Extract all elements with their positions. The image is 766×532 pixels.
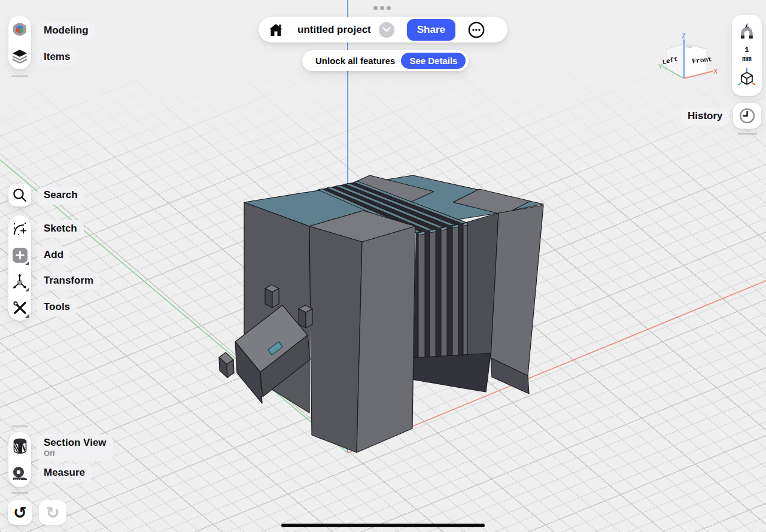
transform-submenu-indicator bbox=[25, 288, 29, 291]
items-button[interactable] bbox=[8, 42, 31, 69]
chevron-down-icon bbox=[382, 27, 391, 32]
window-drag-handle[interactable] bbox=[373, 6, 391, 10]
grid-unit-label: mm bbox=[732, 55, 762, 64]
see-details-button[interactable]: See Details bbox=[401, 53, 466, 69]
upgrade-message: Unlock all features bbox=[315, 56, 395, 66]
tools-submenu-indicator bbox=[25, 314, 29, 318]
project-toolbar: untitled project Share bbox=[259, 17, 507, 42]
section-view-label: Section View Off bbox=[37, 434, 113, 461]
view-tools-panel bbox=[8, 432, 31, 487]
project-title[interactable]: untitled project bbox=[297, 24, 371, 36]
search-button[interactable] bbox=[8, 184, 31, 206]
transform-button[interactable] bbox=[8, 268, 31, 294]
bottom-divider-mid bbox=[11, 492, 28, 494]
bottom-divider-top bbox=[11, 425, 28, 427]
modeling-button[interactable] bbox=[8, 16, 31, 42]
items-label: Items bbox=[37, 48, 77, 66]
ellipsis-icon bbox=[468, 22, 485, 38]
grid-unit-value: 1 bbox=[732, 46, 762, 55]
axis-x-label: X bbox=[713, 68, 718, 75]
section-view-icon bbox=[13, 438, 28, 454]
sketch-arc-icon bbox=[12, 221, 28, 237]
history-button[interactable] bbox=[733, 103, 761, 129]
add-submenu-indicator bbox=[25, 262, 29, 265]
search-icon bbox=[12, 187, 28, 203]
home-indicator[interactable] bbox=[281, 524, 485, 527]
snap-panel: 1 mm bbox=[732, 15, 762, 96]
search-label: Search bbox=[37, 187, 84, 205]
layers-icon bbox=[12, 49, 28, 63]
home-icon bbox=[269, 23, 283, 37]
view-cube-top-label: Top bbox=[686, 44, 693, 49]
modeling-label: Modeling bbox=[37, 22, 95, 40]
add-plus-icon bbox=[12, 247, 28, 263]
section-view-button[interactable] bbox=[8, 432, 31, 460]
more-options-button[interactable] bbox=[468, 22, 485, 38]
undo-button[interactable]: ↺ bbox=[8, 500, 32, 525]
redo-icon: ↻ bbox=[46, 504, 60, 521]
tools-panel bbox=[8, 215, 31, 321]
tools-button[interactable] bbox=[8, 294, 31, 321]
scene-svg: Top Left Front Z Y X bbox=[0, 0, 766, 532]
model-3d-object[interactable] bbox=[219, 175, 543, 452]
history-label: History bbox=[681, 108, 729, 126]
add-button[interactable] bbox=[8, 242, 31, 268]
tools-icon bbox=[12, 300, 28, 316]
home-button[interactable] bbox=[269, 23, 283, 37]
nav-divider bbox=[11, 75, 28, 77]
sketch-label: Sketch bbox=[37, 220, 84, 238]
sketch-button[interactable] bbox=[8, 215, 31, 242]
magnet-icon bbox=[739, 22, 755, 39]
project-menu-button[interactable] bbox=[379, 22, 394, 38]
view-cube[interactable]: Top Left Front Z Y X bbox=[658, 32, 718, 78]
add-label: Add bbox=[37, 247, 70, 265]
nav-panel bbox=[8, 16, 31, 69]
measure-tape-icon bbox=[12, 466, 28, 481]
axis-z-label: Z bbox=[682, 32, 686, 39]
tools-label: Tools bbox=[37, 299, 77, 317]
measure-label: Measure bbox=[37, 464, 92, 482]
history-divider bbox=[738, 133, 757, 135]
redo-button[interactable]: ↻ bbox=[39, 500, 66, 525]
upgrade-banner: Unlock all features See Details bbox=[302, 50, 469, 71]
section-view-state: Off bbox=[44, 449, 107, 458]
undo-icon: ↺ bbox=[13, 504, 27, 521]
axis-cube-icon bbox=[737, 68, 756, 86]
transform-label: Transform bbox=[37, 272, 100, 290]
orientation-button[interactable] bbox=[732, 63, 762, 90]
modeling-cube-icon bbox=[12, 22, 28, 37]
grid-unit-button[interactable]: 1 mm bbox=[732, 46, 762, 63]
measure-button[interactable] bbox=[8, 460, 31, 487]
snapping-button[interactable] bbox=[732, 15, 762, 46]
history-clock-icon bbox=[739, 108, 755, 124]
viewport-3d[interactable]: Top Left Front Z Y X bbox=[0, 0, 766, 532]
share-button[interactable]: Share bbox=[407, 19, 455, 41]
transform-arrows-icon bbox=[11, 273, 28, 290]
axis-y-label: Y bbox=[658, 63, 663, 70]
